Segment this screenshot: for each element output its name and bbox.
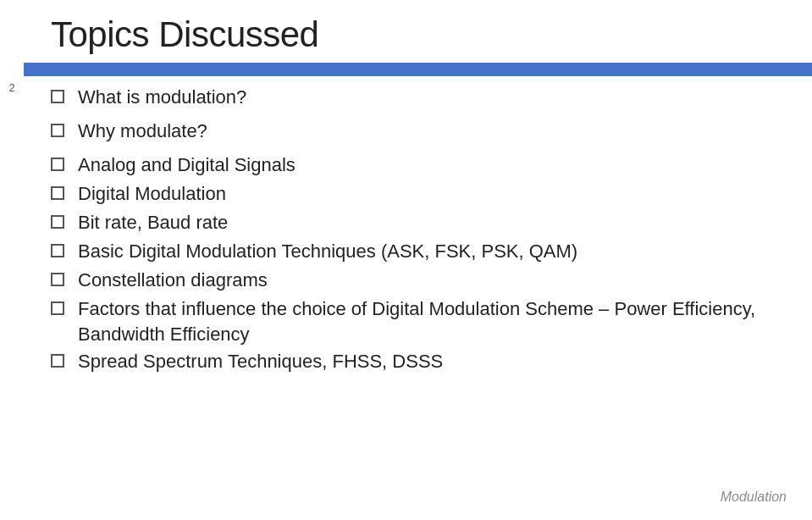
list-item: Constellation diagrams — [51, 268, 778, 295]
list-item: Spread Spectrum Techniques, FHSS, DSSS — [51, 349, 778, 376]
checkbox-icon — [51, 273, 64, 286]
list-item: Why modulate? — [51, 119, 778, 151]
checkbox-icon — [51, 354, 64, 368]
bullet-text: Why modulate? — [78, 119, 778, 144]
list-item: Basic Digital Modulation Techniques (ASK… — [51, 239, 778, 266]
bullet-text: Constellation diagrams — [78, 268, 778, 293]
slide-title: Topics Discussed — [51, 15, 761, 54]
bullet-text: Factors that influence the choice of Dig… — [78, 296, 778, 346]
checkbox-icon — [51, 215, 64, 229]
bullet-text: Basic Digital Modulation Techniques (ASK… — [78, 239, 778, 264]
checkbox-icon — [51, 90, 64, 103]
watermark-text: Modulation — [721, 490, 787, 505]
list-item: Bit rate, Baud rate — [51, 210, 778, 237]
blue-bar — [24, 63, 812, 76]
bullet-text: Analog and Digital Signals — [78, 152, 778, 178]
checkbox-icon — [51, 244, 64, 257]
checkbox-icon — [51, 158, 64, 171]
slide-number: 2 — [0, 75, 24, 430]
list-item: What is modulation? — [51, 85, 778, 117]
bullet-text: Spread Spectrum Techniques, FHSS, DSSS — [78, 349, 778, 374]
content-area: What is modulation? Why modulate? Analog… — [24, 85, 812, 375]
list-item: Factors that influence the choice of Dig… — [51, 296, 778, 346]
checkbox-icon — [51, 186, 64, 200]
list-item: Analog and Digital Signals — [51, 152, 778, 180]
slide-container: Topics Discussed 2 What is modulation? W… — [0, 0, 812, 520]
bullet-text: Bit rate, Baud rate — [78, 210, 778, 235]
list-item: Digital Modulation — [51, 181, 778, 208]
bullet-text: What is modulation? — [78, 85, 778, 110]
checkbox-icon — [51, 301, 64, 315]
title-area: Topics Discussed — [0, 0, 812, 54]
checkbox-icon — [51, 124, 64, 137]
bullet-text: Digital Modulation — [78, 181, 778, 207]
